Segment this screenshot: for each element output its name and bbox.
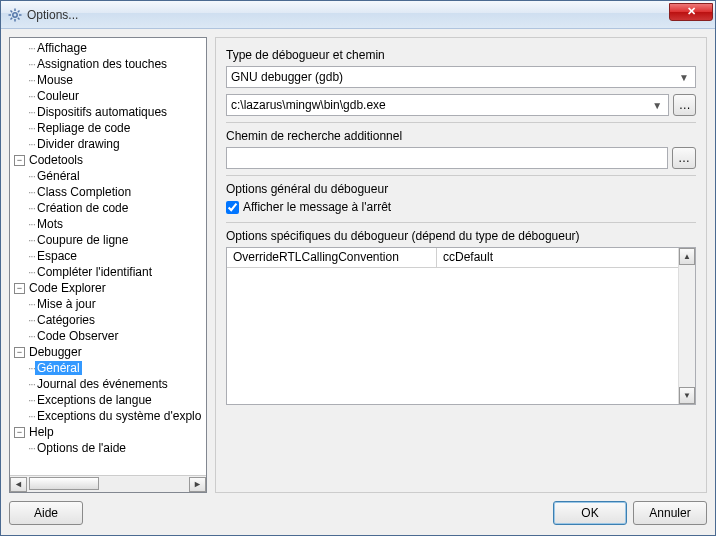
tree-item[interactable]: ···Assignation des touches xyxy=(10,56,206,72)
search-path-input[interactable] xyxy=(226,147,668,169)
svg-line-8 xyxy=(11,17,13,19)
tree-branch-icon: ··· xyxy=(28,249,35,263)
tree-item-label: Création de code xyxy=(35,201,130,215)
tree-item-label: Mots xyxy=(35,217,65,231)
tree-item[interactable]: ···Options de l'aide xyxy=(10,440,206,456)
show-stop-message-label: Afficher le message à l'arrêt xyxy=(243,200,391,214)
tree-branch-icon: ··· xyxy=(28,57,35,71)
tree-item-label: Divider drawing xyxy=(35,137,122,151)
svg-point-0 xyxy=(13,12,17,16)
category-tree[interactable]: ···Affichage···Assignation des touches··… xyxy=(10,38,206,475)
tree-item[interactable]: −Code Explorer xyxy=(10,280,206,296)
svg-line-6 xyxy=(18,17,20,19)
tree-branch-icon: ··· xyxy=(28,393,35,407)
tree-item-label: Journal des événements xyxy=(35,377,170,391)
grid-property-value[interactable]: ccDefault xyxy=(437,248,695,268)
tree-item-label: Espace xyxy=(35,249,79,263)
tree-item-label: Catégories xyxy=(35,313,97,327)
tree-item-label: Couleur xyxy=(35,89,81,103)
tree-branch-icon: ··· xyxy=(28,265,35,279)
tree-hscrollbar[interactable]: ◄ ► xyxy=(10,475,206,492)
help-button[interactable]: Aide xyxy=(9,501,83,525)
tree-item[interactable]: ···Exceptions du système d'explo xyxy=(10,408,206,424)
tree-item[interactable]: ···Mouse xyxy=(10,72,206,88)
debugger-path-value: c:\lazarus\mingw\bin\gdb.exe xyxy=(231,98,650,112)
minus-icon[interactable]: − xyxy=(14,283,25,294)
tree-branch-icon: ··· xyxy=(28,313,35,327)
tree-branch-icon: ··· xyxy=(28,169,35,183)
tree-item-label: Mise à jour xyxy=(35,297,98,311)
tree-item-label: Dispositifs automatiques xyxy=(35,105,169,119)
minus-icon[interactable]: − xyxy=(14,155,25,166)
tree-item-label: Exceptions du système d'explo xyxy=(35,409,203,423)
scroll-down-icon[interactable]: ▼ xyxy=(679,387,695,404)
general-options-label: Options général du débogueur xyxy=(226,182,696,196)
tree-item[interactable]: ···Dispositifs automatiques xyxy=(10,104,206,120)
tree-item-label: Debugger xyxy=(27,345,84,359)
scroll-track[interactable] xyxy=(27,477,189,492)
show-stop-message-checkbox[interactable] xyxy=(226,201,239,214)
tree-item[interactable]: ···Code Observer xyxy=(10,328,206,344)
tree-item-label: Repliage de code xyxy=(35,121,132,135)
gear-icon xyxy=(7,7,23,23)
tree-branch-icon: ··· xyxy=(28,121,35,135)
close-button[interactable]: ✕ xyxy=(669,3,713,21)
tree-item[interactable]: −Debugger xyxy=(10,344,206,360)
tree-item-label: Codetools xyxy=(27,153,85,167)
tree-item[interactable]: −Help xyxy=(10,424,206,440)
options-dialog: Options... ✕ ···Affichage···Assignation … xyxy=(0,0,716,536)
ok-button[interactable]: OK xyxy=(553,501,627,525)
main-area: ···Affichage···Assignation des touches··… xyxy=(9,37,707,493)
tree-item[interactable]: ···Général xyxy=(10,360,206,376)
scroll-thumb[interactable] xyxy=(29,477,99,490)
debugger-path-combo[interactable]: c:\lazarus\mingw\bin\gdb.exe ▼ xyxy=(226,94,669,116)
tree-item[interactable]: ···Mise à jour xyxy=(10,296,206,312)
tree-item[interactable]: ···Divider drawing xyxy=(10,136,206,152)
tree-item[interactable]: ···Repliage de code xyxy=(10,120,206,136)
titlebar[interactable]: Options... ✕ xyxy=(1,1,715,29)
tree-item[interactable]: ···Général xyxy=(10,168,206,184)
grid-vscrollbar[interactable]: ▲ ▼ xyxy=(678,248,695,404)
tree-item[interactable]: ···Espace xyxy=(10,248,206,264)
debugger-type-value: GNU debugger (gdb) xyxy=(231,70,677,84)
chevron-down-icon: ▼ xyxy=(677,72,691,83)
grid-property-name[interactable]: OverrideRTLCallingConvention xyxy=(227,248,437,268)
tree-item[interactable]: ···Création de code xyxy=(10,200,206,216)
tree-item[interactable]: ···Catégories xyxy=(10,312,206,328)
minus-icon[interactable]: − xyxy=(14,347,25,358)
tree-branch-icon: ··· xyxy=(28,73,35,87)
tree-item[interactable]: ···Affichage xyxy=(10,40,206,56)
tree-item[interactable]: ···Coupure de ligne xyxy=(10,232,206,248)
tree-branch-icon: ··· xyxy=(28,441,35,455)
tree-item[interactable]: ···Mots xyxy=(10,216,206,232)
debugger-properties-grid[interactable]: OverrideRTLCallingConvention ccDefault ▲… xyxy=(226,247,696,405)
cancel-button[interactable]: Annuler xyxy=(633,501,707,525)
browse-path-button[interactable]: … xyxy=(673,94,696,116)
tree-branch-icon: ··· xyxy=(28,217,35,231)
tree-branch-icon: ··· xyxy=(28,233,35,247)
tree-item[interactable]: ···Class Completion xyxy=(10,184,206,200)
tree-item-label: Compléter l'identifiant xyxy=(35,265,154,279)
tree-branch-icon: ··· xyxy=(28,361,35,375)
tree-branch-icon: ··· xyxy=(28,105,35,119)
tree-item[interactable]: ···Journal des événements xyxy=(10,376,206,392)
search-path-label: Chemin de recherche additionnel xyxy=(226,129,696,143)
svg-line-5 xyxy=(11,10,13,12)
scroll-up-icon[interactable]: ▲ xyxy=(679,248,695,265)
browse-search-path-button[interactable]: … xyxy=(672,147,696,169)
category-tree-panel: ···Affichage···Assignation des touches··… xyxy=(9,37,207,493)
tree-item-label: Mouse xyxy=(35,73,75,87)
tree-branch-icon: ··· xyxy=(28,409,35,423)
tree-item-label: Général xyxy=(35,169,82,183)
tree-item[interactable]: ···Exceptions de langue xyxy=(10,392,206,408)
minus-icon[interactable]: − xyxy=(14,427,25,438)
scroll-left-icon[interactable]: ◄ xyxy=(10,477,27,492)
tree-item[interactable]: ···Compléter l'identifiant xyxy=(10,264,206,280)
tree-branch-icon: ··· xyxy=(28,185,35,199)
debugger-type-combo[interactable]: GNU debugger (gdb) ▼ xyxy=(226,66,696,88)
tree-item[interactable]: ···Couleur xyxy=(10,88,206,104)
scroll-right-icon[interactable]: ► xyxy=(189,477,206,492)
tree-branch-icon: ··· xyxy=(28,201,35,215)
tree-item[interactable]: −Codetools xyxy=(10,152,206,168)
svg-line-7 xyxy=(18,10,20,12)
